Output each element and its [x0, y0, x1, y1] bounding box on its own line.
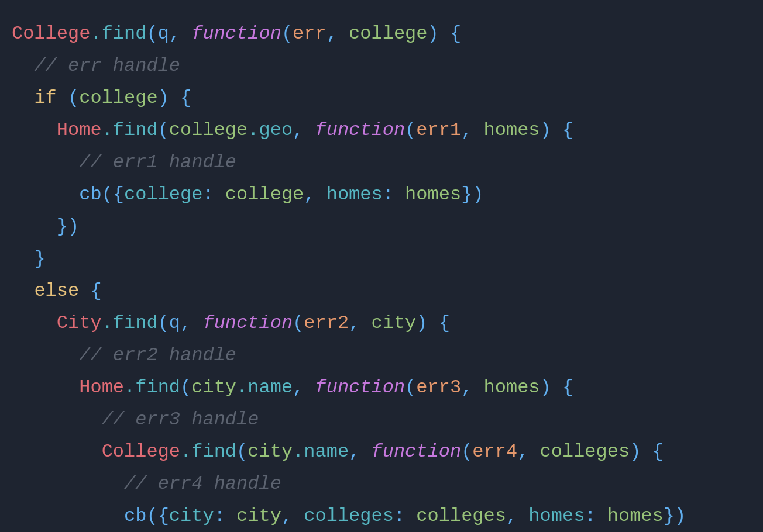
code-line-9: else {: [12, 275, 751, 307]
code-line-14: College.find(city.name, function(err4, c…: [12, 436, 751, 468]
code-line-8: }: [12, 243, 751, 275]
code-line-15: // err4 handle: [12, 468, 751, 500]
code-line-7: }): [12, 210, 751, 243]
code-line-13: // err3 handle: [12, 403, 751, 436]
code-line-3: if (college) {: [12, 82, 751, 114]
code-line-1: College.find(q, function(err, college) {: [12, 18, 751, 50]
code-line-2: // err handle: [12, 50, 751, 82]
code-line-11: // err2 handle: [12, 339, 751, 371]
code-line-6: cb({college: college, homes: homes}): [12, 178, 751, 210]
code-line-16: cb({city: city, colleges: colleges, home…: [12, 500, 751, 532]
code-line-5: // err1 handle: [12, 146, 751, 178]
code-block: College.find(q, function(err, college) {…: [0, 0, 763, 532]
code-line-4: Home.find(college.geo, function(err1, ho…: [12, 114, 751, 146]
code-line-10: City.find(q, function(err2, city) {: [12, 307, 751, 339]
code-line-12: Home.find(city.name, function(err3, home…: [12, 371, 751, 403]
